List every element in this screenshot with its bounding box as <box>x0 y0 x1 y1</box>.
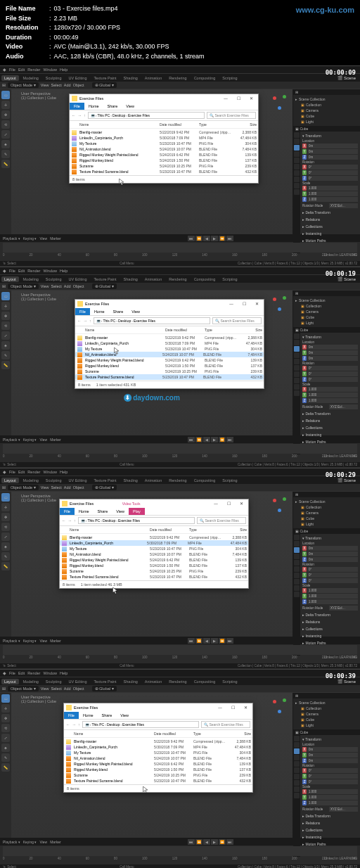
scale-z-input[interactable]: 1.000 <box>307 197 358 202</box>
property-tab-icon[interactable] <box>294 371 300 377</box>
move-tool-icon[interactable]: ✥ <box>1 312 10 320</box>
timeline-menu[interactable]: Marker <box>50 639 61 643</box>
transform-tool-icon[interactable]: ◈ <box>1 341 10 350</box>
file-row[interactable]: Blenfig-master 5/22/2019 9:42 PM Compres… <box>60 535 248 540</box>
play-reverse-icon[interactable]: ◀ <box>203 236 210 241</box>
cursor-tool-icon[interactable]: ✛ <box>1 101 10 109</box>
toolbar-menu[interactable]: Add <box>64 284 71 288</box>
file-row[interactable]: LinkedIn_Carpinteria_Porch 5/30/2018 7:0… <box>64 744 252 750</box>
nav-arrow-button[interactable]: ← <box>72 113 76 117</box>
workspace-tab[interactable]: Shading <box>121 478 141 483</box>
workspace-tab[interactable]: Sculpting <box>43 478 65 483</box>
breadcrumb[interactable]: 💻 ›This PC›Desktop›Exercise Files <box>82 721 199 728</box>
outliner[interactable]: ▸Scene Collection ▣Collection▣Camera▣Cub… <box>293 698 360 729</box>
file-row[interactable]: Texture Painted Suzanne.blend 5/23/2019 … <box>75 374 264 380</box>
scale-z-input[interactable]: 1.000 <box>307 599 358 604</box>
workspace-tab[interactable]: Rendering <box>166 478 189 483</box>
menu-item[interactable]: File <box>9 470 15 474</box>
search-input[interactable]: 🔍 Search Exercise Files <box>201 721 250 728</box>
play-reverse-icon[interactable]: ◀ <box>203 839 210 845</box>
property-section-toggle[interactable]: ▸ Collections <box>302 827 358 833</box>
workspace-tab[interactable]: Animation <box>142 679 165 684</box>
toolbar-menu[interactable]: Select <box>51 284 62 288</box>
file-explorer-window[interactable]: Exercise Files Video Tools — ☐ ✕ File Ho… <box>59 499 249 589</box>
outliner-item[interactable]: ▸Scene Collection <box>295 499 358 504</box>
x-axis-icon[interactable] <box>273 96 276 100</box>
file-row[interactable]: Nil_Animation.blend 5/24/2019 10:07 PM B… <box>75 352 264 357</box>
toolbar-menu[interactable]: Add <box>64 687 71 691</box>
nav-arrow-button[interactable]: ↑ <box>89 319 91 323</box>
workspace-tab[interactable]: Animation <box>142 478 165 483</box>
minimize-button[interactable]: — <box>211 501 221 506</box>
file-row[interactable]: Suzanne 5/24/2019 10:25 PM PNG File 239 … <box>60 568 248 574</box>
property-section-toggle[interactable]: ▸ Instancing <box>302 231 358 236</box>
workspace-tab[interactable]: Compositing <box>191 75 219 81</box>
nav-arrow-button[interactable]: → <box>72 722 77 727</box>
rotate-tool-icon[interactable]: ⟲ <box>1 321 10 330</box>
breadcrumb[interactable]: 💻 ›This PC›Desktop›Exercise Files <box>78 517 195 524</box>
file-row[interactable]: Suzanne 5/24/2019 10:25 PM PNG File 239 … <box>64 772 252 778</box>
property-section-toggle[interactable]: ▸ Collections <box>302 425 358 430</box>
outliner[interactable]: ▸Scene Collection ▣Collection▣Camera▣Cub… <box>293 296 360 327</box>
prev-key-icon[interactable]: ⏪ <box>195 839 202 845</box>
property-tab-icon[interactable] <box>294 164 300 170</box>
workspace-tab[interactable]: Sculpting <box>43 276 65 282</box>
timeline-menu[interactable]: View <box>39 438 47 442</box>
move-tool-icon[interactable]: ✥ <box>1 714 10 722</box>
close-button[interactable]: ✕ <box>236 501 246 506</box>
next-key-icon[interactable]: ⏩ <box>219 236 226 241</box>
menu-item[interactable]: Render <box>27 671 40 675</box>
toolbar-menu[interactable]: Object <box>73 83 84 87</box>
cursor-tool-icon[interactable]: ✛ <box>1 302 10 310</box>
property-tab-icon[interactable] <box>294 340 300 345</box>
jump-start-icon[interactable]: ⏮ <box>188 839 195 845</box>
workspace-tab[interactable]: Sculpting <box>43 679 65 684</box>
file-row[interactable]: Suzanne 5/24/2019 10:25 PM PNG File 239 … <box>70 163 258 169</box>
close-button[interactable]: ✕ <box>246 96 256 101</box>
timeline-menu[interactable]: Playback ▾ <box>3 840 20 844</box>
scale-x-input[interactable]: 1.000 <box>307 789 358 794</box>
workspace-tab[interactable]: Layout <box>1 276 19 282</box>
next-key-icon[interactable]: ⏩ <box>219 638 226 644</box>
scale-y-input[interactable]: 1.000 <box>307 594 358 599</box>
play-icon[interactable]: ▶ <box>211 638 218 644</box>
z-axis-icon[interactable] <box>278 307 281 311</box>
measure-tool-icon[interactable]: 📏 <box>1 763 10 772</box>
property-tab-icon[interactable] <box>294 780 300 786</box>
timeline-menu[interactable]: Keying ▾ <box>23 236 37 241</box>
workspace-tab[interactable]: Modeling <box>20 478 41 483</box>
timeline-menu[interactable]: Playback ▾ <box>3 639 20 643</box>
menu-item[interactable]: Window <box>43 470 57 474</box>
property-tab-icon[interactable] <box>294 378 300 383</box>
rotation-z-input[interactable]: 0° <box>307 779 358 784</box>
outliner-item[interactable]: ▣Light <box>295 521 358 527</box>
property-section-toggle[interactable]: ▸ Relations <box>302 418 358 423</box>
toolbar-menu[interactable]: Select <box>51 687 62 691</box>
timeline-menu[interactable]: View <box>39 236 47 241</box>
file-row[interactable]: Rigged Monkey.blend 5/24/2019 1:50 PM BL… <box>60 563 248 568</box>
column-headers[interactable]: Name Date modified Type Size <box>60 526 248 534</box>
timeline-track[interactable] <box>3 645 357 655</box>
file-row[interactable]: LinkedIn_Carpinteria_Porch 5/30/2018 7:0… <box>75 340 264 346</box>
workspace-tab[interactable]: Rendering <box>166 75 189 81</box>
outliner-item[interactable]: ▣Collection <box>295 706 358 711</box>
menu-item[interactable]: Help <box>60 68 68 72</box>
file-row[interactable]: Rigged Monkey.blend 5/24/2019 1:50 PM BL… <box>70 158 258 163</box>
outliner-item[interactable]: ▣Collection <box>295 102 358 108</box>
nav-arrow-button[interactable]: ← <box>62 518 66 523</box>
window-titlebar[interactable]: Exercise Files — ☐ ✕ <box>64 703 252 712</box>
play-icon[interactable]: ▶ <box>211 236 218 241</box>
column-headers[interactable]: Name Date modified Type Size <box>75 326 264 334</box>
ribbon-tab[interactable]: Home <box>79 712 98 719</box>
ribbon-tab-file[interactable]: File <box>64 712 79 719</box>
jump-start-icon[interactable]: ⏮ <box>188 638 195 644</box>
ribbon-tab[interactable]: Share <box>94 508 112 515</box>
outliner-item[interactable]: ▣Collection <box>295 303 358 309</box>
search-input[interactable]: 🔍 Search Exercise Files <box>207 112 256 119</box>
location-x-input[interactable]: 0m <box>307 143 358 148</box>
file-row[interactable]: My Texture 5/23/2019 10:47 PM PNG File 3… <box>70 141 258 146</box>
annotate-tool-icon[interactable]: ✎ <box>1 552 10 561</box>
navigation-gizmo[interactable] <box>271 295 288 312</box>
toolbar-menu[interactable]: View <box>41 687 49 691</box>
workspace-tab[interactable]: Sculpting <box>43 75 65 81</box>
